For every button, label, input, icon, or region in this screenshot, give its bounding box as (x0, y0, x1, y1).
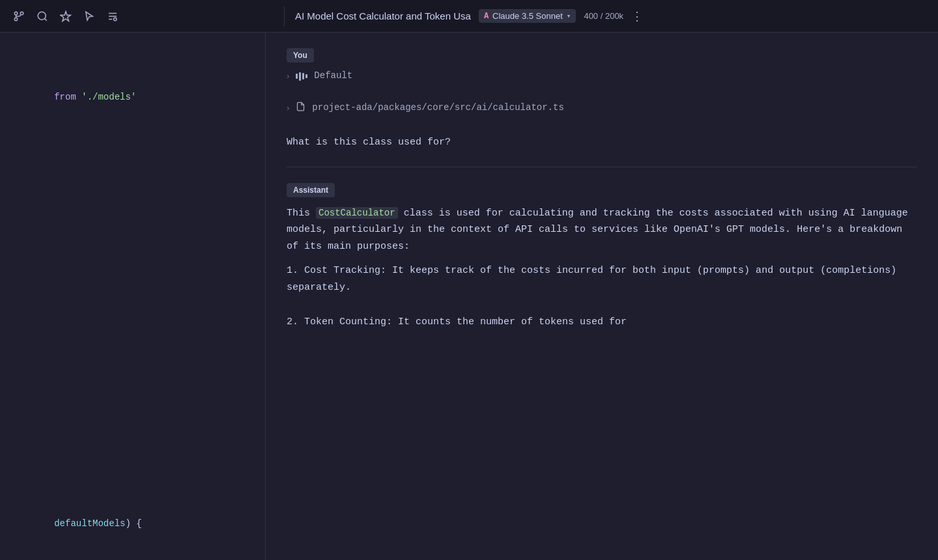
point-2-heading: 2. Token Counting: (287, 316, 392, 328)
chevron-down-icon: ▾ (567, 12, 571, 20)
cursor-icon[interactable] (83, 10, 95, 22)
svg-point-2 (14, 18, 18, 21)
code-import-line: from './models' (0, 75, 265, 120)
branch-icon[interactable] (13, 10, 25, 22)
settings-icon[interactable] (107, 10, 119, 22)
token-counter: 400 / 200k (584, 11, 623, 21)
code-line (0, 342, 265, 357)
code-line (0, 421, 265, 437)
model-logo-icon: A (484, 12, 489, 21)
code-keyword: from (54, 92, 76, 102)
svg-point-3 (38, 12, 46, 20)
toolbar-divider (284, 7, 285, 26)
file-collapsible[interactable]: › project-ada/packages/core/src/ai/calcu… (287, 102, 917, 113)
more-options-icon[interactable]: ⋮ (631, 9, 643, 23)
chat-title: AI Model Cost Calculator and Token Usa (295, 10, 471, 21)
code-line (0, 59, 265, 74)
toolbar-center-section: AI Model Cost Calculator and Token Usa A… (295, 9, 930, 23)
code-line (0, 215, 265, 231)
code-plain (76, 92, 81, 102)
assistant-point-1: 1. Cost Tracking: It keeps track of the … (287, 262, 917, 296)
main-layout: from './models' (0, 33, 938, 560)
code-line (0, 406, 265, 421)
search-icon[interactable] (36, 10, 48, 22)
user-message-section: You › Default › (287, 48, 917, 151)
inline-code-1: CostCalculator (316, 207, 398, 219)
code-line (0, 43, 265, 59)
sparkle-icon[interactable] (60, 10, 72, 22)
code-content: from './models' (0, 33, 265, 557)
svg-point-4 (114, 18, 117, 21)
file-path: project-ada/packages/core/src/ai/calcula… (312, 102, 563, 113)
code-function-line: defaultModels) { (0, 501, 265, 546)
code-string: './models' (81, 92, 136, 102)
assistant-point-2: 2. Token Counting: It counts the number … (287, 314, 917, 331)
code-line (0, 469, 265, 485)
code-line (0, 279, 265, 294)
code-line (0, 485, 265, 501)
code-line (0, 311, 265, 326)
collapse-arrow-icon-2: › (287, 103, 289, 113)
default-label: Default (314, 70, 352, 81)
code-line (0, 135, 265, 151)
toolbar-left-section (8, 10, 274, 22)
code-line (0, 438, 265, 453)
code-line (0, 358, 265, 374)
code-variable: defaultModels (54, 518, 125, 529)
response-text-1: This (287, 208, 316, 219)
model-name: Claude 3.5 Sonnet (492, 11, 563, 21)
code-line (0, 247, 265, 262)
user-question: What is this class used for? (287, 134, 917, 151)
point-1-heading: 1. Cost Tracking: (287, 265, 386, 276)
message-separator (287, 167, 917, 167)
point-2-text: It counts the number of tokens used for (392, 316, 627, 328)
code-line (0, 262, 265, 278)
assistant-badge: Assistant (287, 183, 335, 197)
assistant-message-section: Assistant This CostCalculator class is u… (287, 183, 917, 331)
code-line (0, 152, 265, 167)
default-collapsible[interactable]: › Default (287, 70, 917, 81)
waveform-icon (296, 70, 307, 81)
code-line (0, 390, 265, 406)
code-line (0, 374, 265, 389)
code-line (0, 294, 265, 310)
code-line (0, 120, 265, 135)
toolbar: AI Model Cost Calculator and Token Usa A… (0, 0, 938, 33)
code-line (0, 199, 265, 215)
model-selector[interactable]: A Claude 3.5 Sonnet ▾ (479, 9, 576, 23)
code-plain: ) { (125, 518, 141, 529)
you-badge: You (287, 48, 314, 63)
svg-point-0 (14, 12, 18, 15)
file-icon (296, 102, 306, 113)
code-line (0, 231, 265, 247)
svg-point-1 (20, 12, 23, 15)
code-line (0, 453, 265, 469)
code-line (0, 184, 265, 199)
code-editor-panel: from './models' (0, 33, 266, 560)
assistant-response-paragraph-1: This CostCalculator class is used for ca… (287, 205, 917, 255)
collapse-arrow-icon: › (287, 71, 289, 81)
code-line (0, 326, 265, 342)
chat-panel[interactable]: You › Default › (266, 33, 938, 560)
code-line (0, 167, 265, 183)
